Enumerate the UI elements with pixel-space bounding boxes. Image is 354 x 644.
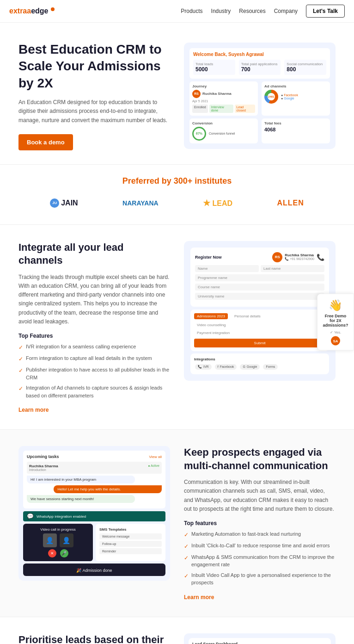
feature-item: ✓Publisher integration to have access to… bbox=[18, 366, 170, 381]
communication-grid: Keep prospects engaged via multi-channel… bbox=[18, 446, 336, 601]
lead-score-mockup: Lead Score Dashboard Sup Team ● ● ● ● Sc… bbox=[184, 633, 336, 644]
preferred-title: Preferred by 300+ institutes bbox=[18, 176, 336, 186]
integrate-grid: Integrate all your lead channels Trackin… bbox=[18, 241, 336, 413]
integrate-description: Tracking the leads through multiple exce… bbox=[18, 273, 170, 326]
video-participant: 👤 bbox=[43, 533, 57, 547]
feature-item: ✓Form integration to capture all lead de… bbox=[18, 354, 170, 363]
lead-score-grid: Prioritise leads based on their lead sco… bbox=[18, 633, 336, 644]
lead-score-content: Prioritise leads based on their lead sco… bbox=[18, 633, 170, 644]
communication-visual: Upcoming tasks View all Ruchika Sharma ●… bbox=[18, 446, 170, 581]
feature-item: ✓Marketing Automation to fast-track lead… bbox=[184, 530, 336, 539]
integrate-section: Integrate all your lead channels Trackin… bbox=[0, 225, 354, 429]
chat-message-green: We have sessions starting next month! bbox=[27, 495, 135, 503]
dashboard-card-ad: Ad channels 2401 ● Facebook ● Google bbox=[262, 81, 330, 116]
hero-visual: Welcome Back, Suyesh Agrawal Total leads… bbox=[184, 43, 336, 149]
logo-text: extraaedge bbox=[9, 7, 49, 15]
communication-content: Keep prospects engaged via multi-channel… bbox=[184, 446, 336, 601]
brand-allen: ALLEN bbox=[277, 199, 304, 207]
feature-item: ✓IVR integration for a seamless calling … bbox=[18, 343, 170, 352]
tab-admissions-2023[interactable]: Admissions 2023 bbox=[194, 313, 228, 319]
integration-facebook: fFacebook bbox=[215, 364, 237, 370]
stat-total-leads: Total leads 5000 bbox=[193, 60, 235, 75]
preferred-section: Preferred by 300+ institutes JU JAIN NAR… bbox=[0, 165, 354, 224]
mute-button[interactable]: 🎤 bbox=[60, 549, 68, 557]
feature-item: ✓Inbuilt 'Click-to-Call' to reduce respo… bbox=[184, 542, 336, 551]
nav-products[interactable]: Products bbox=[181, 8, 202, 14]
hero-title: Best Education CRM to Scale Your Admissi… bbox=[18, 41, 170, 92]
integrate-visual: Register Now RS Ruchika Sharma 📞 +91 982… bbox=[184, 241, 336, 381]
check-icon: ✓ bbox=[18, 343, 23, 352]
integrate-title: Integrate all your lead channels bbox=[18, 241, 170, 267]
view-all-tasks[interactable]: View all bbox=[149, 455, 162, 459]
check-icon: ✓ bbox=[18, 355, 23, 363]
dashboard-greeting: Welcome Back, Suyesh Agrawal bbox=[193, 52, 326, 57]
hero-content: Best Education CRM to Scale Your Admissi… bbox=[18, 41, 170, 150]
jain-logo-icon: JU bbox=[50, 198, 59, 208]
facebook-icon: f bbox=[218, 365, 219, 368]
tab-personal[interactable]: Personal details bbox=[232, 313, 263, 319]
end-call-button[interactable]: ✕ bbox=[48, 549, 56, 557]
admission-done-badge: 🎉 Admission done bbox=[23, 564, 165, 576]
communication-mockup: Upcoming tasks View all Ruchika Sharma ●… bbox=[18, 446, 170, 581]
check-icon: ✓ bbox=[184, 554, 189, 562]
brands-list: JU JAIN NARAYANA ★ LEAD ALLEN bbox=[18, 193, 336, 213]
stat-social: Social communication 800 bbox=[284, 60, 326, 75]
communication-features-title: Top features bbox=[184, 520, 336, 526]
ivr-icon: 📞 bbox=[198, 365, 202, 369]
integrate-learn-more-link[interactable]: Learn more bbox=[18, 407, 49, 413]
free-demo-widget[interactable]: 👋 Free Demo for 2X admissions? ✓ Yes. SA bbox=[317, 294, 354, 351]
integrate-features-list: ✓IVR integration for a seamless calling … bbox=[18, 343, 170, 399]
video-participant2: 👤 bbox=[60, 533, 73, 547]
nav-company[interactable]: Company bbox=[274, 8, 298, 14]
chat-message-outgoing: Hello! Let me help you with the details. bbox=[54, 485, 162, 493]
communication-title: Keep prospects engaged via multi-channel… bbox=[184, 446, 336, 472]
hero-description: An Education CRM designed for top educat… bbox=[18, 98, 170, 125]
lead-score-title: Prioritise leads based on their lead sco… bbox=[18, 633, 170, 644]
wave-icon: 👋 bbox=[322, 299, 349, 312]
nav-links: Products Industry Resources Company Let'… bbox=[181, 5, 345, 18]
logo-dot bbox=[51, 7, 55, 11]
communication-learn-more-link[interactable]: Learn more bbox=[184, 594, 214, 601]
hero-section: Best Education CRM to Scale Your Admissi… bbox=[0, 23, 354, 164]
check-icon: ✓ bbox=[184, 542, 189, 551]
brand-lead: ★ LEAD bbox=[203, 198, 232, 208]
phone-icon: 📞 bbox=[317, 254, 324, 261]
free-demo-avatar: SA bbox=[331, 336, 340, 346]
feature-item: ✓WhatsApp & SMS communication from the C… bbox=[184, 553, 336, 569]
nav-industry[interactable]: Industry bbox=[211, 8, 231, 14]
whatsapp-row: 💬 WhatsApp integration enabled bbox=[23, 511, 165, 521]
brand-jain: JU JAIN bbox=[50, 198, 78, 208]
dashboard-card-funnel: Journey RS Ruchika Sharma Apr 5 2021 Enr… bbox=[189, 81, 258, 116]
feature-item: ✓Inbuilt Video Call App to give a person… bbox=[184, 571, 336, 587]
lead-score-visual: Lead Score Dashboard Sup Team ● ● ● ● Sc… bbox=[184, 633, 336, 644]
integration-google: GGoogle bbox=[240, 364, 260, 370]
submit-button[interactable]: Submit bbox=[194, 339, 325, 347]
chat-window: Upcoming tasks View all Ruchika Sharma ●… bbox=[23, 451, 165, 508]
integration-forms: Forms bbox=[263, 364, 278, 370]
admission-tabs: Admissions 2023 Personal details bbox=[194, 313, 325, 319]
free-demo-yes: ✓ Yes. bbox=[322, 330, 349, 334]
integration-ivr: 📞IVR bbox=[195, 364, 212, 370]
chat-message-incoming: Hi! I am interested in your MBA program bbox=[27, 476, 135, 483]
stat-total-applications: Total paid applications 700 bbox=[239, 60, 281, 75]
brand-narayana: NARAYANA bbox=[122, 199, 159, 207]
lead-score-section: Prioritise leads based on their lead sco… bbox=[0, 617, 354, 644]
hero-cta-button[interactable]: Book a demo bbox=[18, 134, 73, 150]
check-icon: ✓ bbox=[18, 366, 23, 375]
whatsapp-icon: 💬 bbox=[27, 513, 34, 520]
tab-video-counselling[interactable]: Video counselling bbox=[194, 322, 229, 328]
nav-cta-button[interactable]: Let's Talk bbox=[306, 5, 345, 18]
check-icon: ✓ bbox=[184, 572, 189, 580]
integrate-features-title: Top Features bbox=[18, 333, 170, 339]
feature-item: ✓Integration of Ad channels to capture s… bbox=[18, 384, 170, 399]
logo[interactable]: extraaedge bbox=[9, 7, 55, 15]
free-demo-text: Free Demo for 2X admissions? bbox=[322, 314, 349, 328]
check-icon: ✓ bbox=[18, 384, 23, 393]
tab-payment[interactable]: Payment integration bbox=[194, 330, 325, 336]
integrate-content: Integrate all your lead channels Trackin… bbox=[18, 241, 170, 413]
google-icon: G bbox=[243, 365, 245, 368]
nav-resources[interactable]: Resources bbox=[239, 8, 265, 14]
dashboard-mockup: Welcome Back, Suyesh Agrawal Total leads… bbox=[184, 43, 336, 149]
check-icon: ✓ bbox=[184, 531, 189, 539]
dashboard-card-fees: Total fees 4068 bbox=[262, 118, 330, 143]
